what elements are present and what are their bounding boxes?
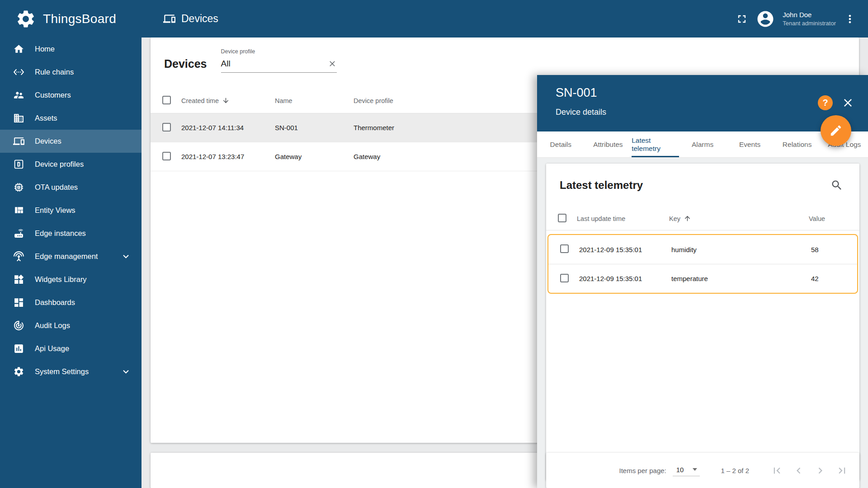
sidebar-item-label: Rule chains	[35, 68, 74, 76]
sidebar-item-api-usage[interactable]: Api Usage	[0, 337, 142, 360]
dashboards-icon	[13, 297, 24, 308]
sidebar-item-audit-logs[interactable]: Audit Logs	[0, 314, 142, 337]
items-per-page-label: Items per page:	[619, 467, 666, 474]
items-per-page-select[interactable]: 10	[673, 465, 700, 476]
help-button[interactable]: ?	[818, 95, 833, 110]
column-created-time[interactable]: Created time	[181, 97, 219, 104]
home-icon	[13, 43, 24, 55]
row-checkbox[interactable]	[162, 152, 171, 160]
sidebar-item-home[interactable]: Home	[0, 38, 142, 61]
tab-relations[interactable]: Relations	[774, 131, 821, 157]
tab-attributes[interactable]: Attributes	[585, 131, 632, 157]
sidebar-item-edge-instances[interactable]: Edge instances	[0, 222, 142, 245]
api-usage-icon	[13, 343, 24, 354]
sidebar-item-label: Devices	[35, 137, 61, 145]
sidebar-item-label: Assets	[35, 114, 57, 122]
user-block: John Doe Tenant administrator	[783, 10, 836, 28]
sidebar-item-label: Edge instances	[35, 229, 86, 238]
sidebar-item-system-settings[interactable]: System Settings	[0, 360, 142, 383]
assets-icon	[13, 113, 24, 124]
cell-name: SN-001	[275, 124, 354, 131]
tab-events[interactable]: Events	[726, 131, 774, 157]
device-profiles-icon	[13, 159, 24, 170]
filter-label: Device profile	[221, 48, 337, 55]
brand[interactable]: ThingsBoard	[0, 9, 142, 29]
updated-rows-highlight: 2021-12-09 15:35:01 humidity 58 2021-12-…	[547, 234, 858, 294]
telemetry-row[interactable]: 2021-12-09 15:35:01 humidity 58	[548, 235, 857, 264]
sort-desc-icon[interactable]	[222, 97, 230, 104]
filter-input[interactable]: All	[221, 56, 337, 73]
telemetry-row[interactable]: 2021-12-09 15:35:01 temperature 42	[548, 264, 857, 293]
column-last-update-time[interactable]: Last update time	[577, 215, 669, 222]
cell-value: 42	[811, 275, 857, 282]
chevron-down-icon	[120, 251, 132, 262]
fullscreen-button[interactable]	[736, 13, 748, 25]
panel-body: Latest telemetry Last update time Key Va…	[537, 158, 868, 488]
sidebar-item-label: Entity Views	[35, 206, 75, 215]
help-icon: ?	[822, 98, 828, 108]
column-value[interactable]: Value	[809, 215, 859, 222]
paginator-nav	[767, 461, 851, 480]
column-key[interactable]: Key	[669, 215, 680, 222]
filter-value: All	[221, 59, 328, 69]
devices-table-title: Devices	[164, 57, 207, 70]
panel-header: SN-001 Device details ?	[537, 75, 868, 131]
chevron-right-icon	[814, 465, 826, 477]
devices-icon	[163, 13, 175, 25]
sidebar-item-rule-chains[interactable]: Rule chains	[0, 61, 142, 84]
main-content: Devices Device profile All Created time …	[142, 38, 868, 488]
last-page-button[interactable]	[832, 461, 851, 480]
device-profile-filter[interactable]: Device profile All	[221, 48, 337, 73]
rule-chains-icon	[13, 66, 24, 78]
sidebar-item-device-profiles[interactable]: Device profiles	[0, 153, 142, 176]
page-title-block: Devices	[142, 13, 218, 25]
first-page-icon	[771, 465, 783, 477]
sidebar-item-label: Dashboards	[35, 298, 75, 307]
row-checkbox[interactable]	[560, 244, 569, 253]
brand-name: ThingsBoard	[43, 12, 116, 26]
previous-page-button[interactable]	[789, 461, 808, 480]
tab-details[interactable]: Details	[537, 131, 585, 157]
cell-last-update-time: 2021-12-09 15:35:01	[579, 246, 671, 253]
sidebar-item-widgets-library[interactable]: Widgets Library	[0, 268, 142, 291]
latest-telemetry-card: Latest telemetry Last update time Key Va…	[546, 164, 859, 480]
sidebar: Home Rule chains Customers Assets Device…	[0, 38, 142, 488]
sidebar-item-devices[interactable]: Devices	[0, 130, 142, 153]
sidebar-item-label: Edge management	[35, 252, 98, 261]
column-name[interactable]: Name	[275, 97, 354, 104]
sort-asc-icon[interactable]	[684, 215, 691, 222]
entity-views-icon	[13, 205, 24, 216]
row-checkbox[interactable]	[560, 274, 569, 282]
cell-created-time: 2021-12-07 14:11:34	[181, 124, 275, 131]
customers-icon	[13, 89, 24, 101]
cell-key: humidity	[671, 246, 811, 253]
user-role: Tenant administrator	[783, 19, 836, 28]
select-all-checkbox[interactable]	[558, 214, 566, 222]
more-menu-button[interactable]	[844, 13, 856, 25]
sidebar-item-entity-views[interactable]: Entity Views	[0, 199, 142, 222]
tab-latest-telemetry[interactable]: Latest telemetry	[632, 131, 679, 157]
first-page-button[interactable]	[767, 461, 786, 480]
cell-last-update-time: 2021-12-09 15:35:01	[579, 275, 671, 282]
avatar[interactable]	[756, 9, 775, 28]
clear-filter-button[interactable]	[328, 59, 337, 68]
page-title: Devices	[181, 13, 218, 25]
close-panel-button[interactable]	[841, 96, 854, 109]
telemetry-table-header: Last update time Key Value	[546, 207, 859, 230]
sidebar-item-customers[interactable]: Customers	[0, 84, 142, 107]
sidebar-item-edge-management[interactable]: Edge management	[0, 245, 142, 268]
tab-alarms[interactable]: Alarms	[679, 131, 726, 157]
sidebar-item-dashboards[interactable]: Dashboards	[0, 291, 142, 314]
system-settings-icon	[13, 366, 24, 377]
sidebar-item-ota-updates[interactable]: OTA updates	[0, 176, 142, 199]
edit-device-fab[interactable]	[821, 115, 851, 146]
row-checkbox[interactable]	[162, 123, 171, 131]
search-button[interactable]	[830, 179, 843, 192]
sidebar-item-assets[interactable]: Assets	[0, 107, 142, 130]
next-page-button[interactable]	[811, 461, 830, 480]
cell-value: 58	[811, 246, 857, 253]
sidebar-item-label: Api Usage	[35, 344, 69, 353]
dropdown-caret-icon	[693, 468, 697, 471]
select-all-checkbox[interactable]	[162, 96, 171, 104]
app-header: ThingsBoard Devices John Doe Tenant admi…	[0, 0, 868, 38]
